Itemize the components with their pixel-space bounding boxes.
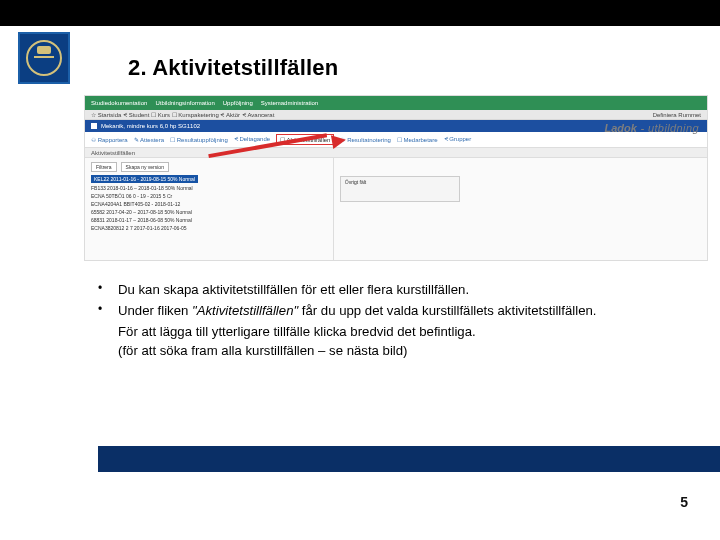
bullet-item: Du kan skapa aktivitetstillfällen för et…	[84, 280, 694, 299]
bullet-text: Du kan skapa aktivitetstillfällen för et…	[118, 282, 469, 297]
kth-crest-icon	[26, 40, 62, 76]
list-item[interactable]: ECNA 50TBÖ1 06 0 - 19 - 2015 5 Cr	[91, 193, 327, 199]
nav-item[interactable]: Uppföljning	[223, 100, 253, 106]
kth-logo	[18, 32, 70, 84]
slide-title: 2. Aktivitetstillfällen	[128, 55, 338, 81]
shot-body: Filtrera Skapa ny version KEL22 2011-01-…	[85, 158, 707, 260]
selected-instance[interactable]: KEL22 2011-01-16 - 2019-08-15 50% Normal	[91, 175, 198, 183]
ladok-screenshot: Studiedokumentation Utbildningsinformati…	[84, 95, 708, 261]
filter-button[interactable]: Filtrera	[91, 162, 117, 172]
box-header: Övrigt fält	[345, 179, 455, 185]
right-column: Övrigt fält	[334, 158, 707, 260]
bullet-continuation: (för att söka fram alla kurstillfällen –…	[84, 341, 694, 360]
nav-item[interactable]: Studiedokumentation	[91, 100, 147, 106]
tab-result-follow[interactable]: ☐ Resultatuppföljning	[170, 136, 228, 143]
tab-report[interactable]: ♲ Rapportera	[91, 136, 128, 143]
button-row: Filtrera Skapa ny version	[91, 162, 327, 172]
tab-participation[interactable]: ᗕ Deltagande	[234, 136, 270, 143]
list-item[interactable]: ECNA3820812 2 7 2017-01-16 2017-06-05	[91, 225, 327, 231]
sub-nav-right[interactable]: Definiera Rummet	[653, 112, 701, 118]
ladok-logo: Ladok - utbildning	[605, 122, 699, 134]
bullet-text-em: "Aktivitetstillfällen"	[192, 303, 298, 318]
list-item[interactable]: 68831 2018-01-17 – 2018-06-08 50% Normal	[91, 217, 327, 223]
tab-staff[interactable]: ☐ Medarbetare	[397, 136, 438, 143]
section-header: Aktivitetstillfällen	[85, 148, 707, 158]
detail-box: Övrigt fält	[340, 176, 460, 202]
bullet-text-post: får du upp det valda kurstillfällets akt…	[298, 303, 596, 318]
sub-nav-left[interactable]: ☆ Startsida ᗕ Student ☐ Kurs ☐ Kurspaket…	[91, 111, 274, 119]
list-item[interactable]: ECNA4204A1 BBIT405-02 - 2018-01-12	[91, 201, 327, 207]
left-column: Filtrera Skapa ny version KEL22 2011-01-…	[85, 158, 334, 260]
doc-icon	[91, 123, 97, 129]
nav-item[interactable]: Utbildningsinformation	[155, 100, 214, 106]
course-title: Mekanik, mindre kurs 6,0 hp SG1102	[101, 123, 200, 129]
nav-item[interactable]: Systemadministration	[261, 100, 318, 106]
list-item[interactable]: FB133 2018-01-16 – 2018-01-18 50% Normal	[91, 185, 327, 191]
tab-activity-instances[interactable]: ☐ Aktivitetstillfällen	[276, 134, 334, 145]
sub-nav-bar: ☆ Startsida ᗕ Student ☐ Kurs ☐ Kurspaket…	[85, 110, 707, 120]
bullet-list: Du kan skapa aktivitetstillfällen för et…	[84, 280, 694, 361]
new-version-button[interactable]: Skapa ny version	[121, 162, 169, 172]
bullet-continuation: För att lägga till ytterligare tillfälle…	[84, 322, 694, 341]
bullet-text-pre: Under fliken	[118, 303, 192, 318]
ladok-logo-sub: - utbildning	[637, 122, 699, 134]
tab-groups[interactable]: ᗕ Grupper	[444, 136, 472, 143]
top-black-bar	[0, 0, 720, 26]
page-number: 5	[680, 494, 688, 510]
tabs-row: ♲ Rapportera ✎ Attestera ☐ Resultatuppfö…	[85, 132, 707, 148]
list-item[interactable]: 65582 2017-04-20 – 2017-08-18 50% Normal	[91, 209, 327, 215]
footer-bar	[98, 446, 720, 472]
tab-result-note[interactable]: ♲ Resultatnotering	[340, 136, 390, 143]
slide: 2. Aktivitetstillfällen Studiedokumentat…	[0, 0, 720, 540]
ladok-logo-main: Ladok	[605, 122, 637, 134]
tab-attest[interactable]: ✎ Attestera	[134, 136, 164, 143]
top-nav-bar: Studiedokumentation Utbildningsinformati…	[85, 96, 707, 110]
bullet-item: Under fliken "Aktivitetstillfällen" får …	[84, 301, 694, 320]
